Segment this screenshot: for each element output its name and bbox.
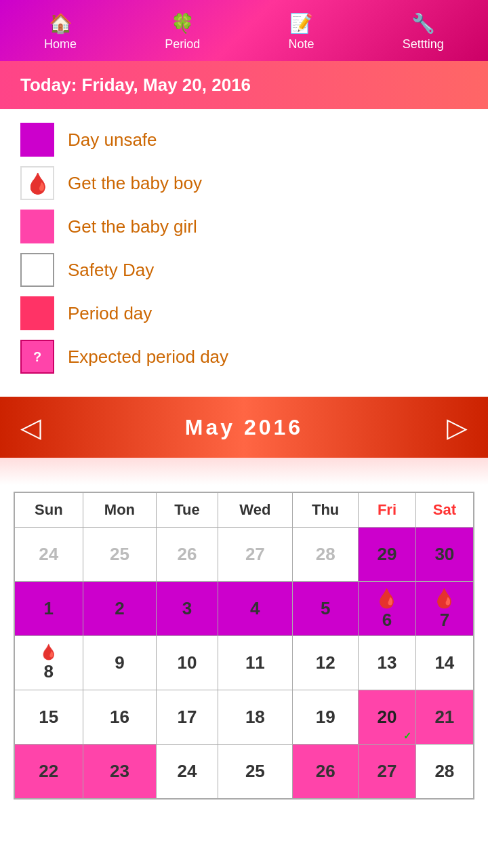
day-apr-25[interactable]: 25	[83, 528, 157, 582]
day-may-18[interactable]: 18	[218, 690, 293, 745]
day-may-7[interactable]: 🩸 7	[415, 582, 474, 636]
col-sun: Sun	[14, 492, 83, 528]
legend-box-safety	[20, 253, 54, 287]
calendar-row-1: 24 25 26 27 28 29 30	[14, 528, 474, 582]
day-may-30[interactable]: 30	[415, 528, 474, 582]
day-may-20[interactable]: 20 ✓	[359, 690, 416, 745]
nav-note[interactable]: 📝 Note	[289, 12, 314, 52]
calendar-row-4: 15 16 17 18 19 20 ✓ 21	[14, 690, 474, 745]
drop-icon-boy: 🩸	[25, 172, 50, 195]
checkmark-icon: ✓	[403, 730, 411, 741]
day-may-23[interactable]: 23	[83, 745, 157, 799]
day-may-26[interactable]: 26	[293, 745, 359, 799]
day-may-9[interactable]: 9	[83, 636, 157, 690]
calendar-month-label: May 2016	[185, 415, 303, 440]
drop-8-icon: 🩸	[39, 644, 58, 661]
nav-home-label: Home	[44, 37, 77, 52]
legend-item-baby-girl: Get the baby girl	[20, 210, 468, 243]
day-may-5[interactable]: 5	[293, 582, 359, 636]
day-may-2[interactable]: 2	[83, 582, 157, 636]
day-may-16[interactable]: 16	[83, 690, 157, 745]
nav-period-label: Period	[165, 37, 200, 52]
legend-box-baby-girl	[20, 210, 54, 243]
col-tue: Tue	[157, 492, 218, 528]
nav-settings[interactable]: 🔧 Settting	[403, 12, 444, 52]
home-icon: 🏠	[49, 12, 73, 35]
prev-month-button[interactable]: ◁	[20, 414, 41, 441]
calendar-header: ◁ May 2016 ▷	[0, 397, 488, 458]
legend-section: Day unsafe 🩸 Get the baby boy Get the ba…	[0, 109, 488, 397]
calendar-table: Sun Mon Tue Wed Thu Fri Sat 24 25 26 27 …	[14, 492, 474, 800]
day-may-24[interactable]: 24	[157, 745, 218, 799]
col-wed: Wed	[218, 492, 293, 528]
nav-home[interactable]: 🏠 Home	[44, 12, 77, 52]
day-may-29[interactable]: 29	[359, 528, 416, 582]
today-text: Today: Friday, May 20, 2016	[20, 75, 251, 95]
legend-box-baby-boy: 🩸	[20, 166, 54, 200]
day-may-13[interactable]: 13	[359, 636, 416, 690]
legend-label-baby-girl: Get the baby girl	[68, 216, 197, 237]
legend-box-expected: ?	[20, 340, 54, 374]
legend-box-period	[20, 296, 54, 330]
day-apr-28[interactable]: 28	[293, 528, 359, 582]
today-banner: Today: Friday, May 20, 2016	[0, 61, 488, 109]
legend-item-unsafe: Day unsafe	[20, 123, 468, 157]
legend-label-expected: Expected period day	[68, 347, 228, 368]
day-may-11[interactable]: 11	[218, 636, 293, 690]
col-thu: Thu	[293, 492, 359, 528]
day-apr-27[interactable]: 27	[218, 528, 293, 582]
day-may-6[interactable]: 🩸 6	[359, 582, 416, 636]
day-may-27[interactable]: 27	[359, 745, 416, 799]
nav-period[interactable]: 🍀 Period	[165, 12, 200, 52]
day-may-19[interactable]: 19	[293, 690, 359, 745]
legend-label-baby-boy: Get the baby boy	[68, 173, 202, 194]
legend-box-unsafe	[20, 123, 54, 157]
top-nav: 🏠 Home 🍀 Period 📝 Note 🔧 Settting	[0, 0, 488, 61]
nav-settings-label: Settting	[403, 37, 444, 52]
calendar-row-3: 🩸 8 9 10 11 12 13 14	[14, 636, 474, 690]
day-may-12[interactable]: 12	[293, 636, 359, 690]
legend-item-safety: Safety Day	[20, 253, 468, 287]
day-may-1[interactable]: 1	[14, 582, 83, 636]
day-may-25[interactable]: 25	[218, 745, 293, 799]
next-month-button[interactable]: ▷	[447, 414, 468, 441]
day-may-4[interactable]: 4	[218, 582, 293, 636]
note-icon: 📝	[289, 12, 313, 35]
day-may-28[interactable]: 28	[415, 745, 474, 799]
day-may-21[interactable]: 21	[415, 690, 474, 745]
day-may-17[interactable]: 17	[157, 690, 218, 745]
settings-icon: 🔧	[411, 12, 435, 35]
legend-label-safety: Safety Day	[68, 260, 154, 281]
calendar-container: Sun Mon Tue Wed Thu Fri Sat 24 25 26 27 …	[0, 485, 488, 813]
day-may-3[interactable]: 3	[157, 582, 218, 636]
day-may-8[interactable]: 🩸 8	[14, 636, 83, 690]
legend-item-expected: ? Expected period day	[20, 340, 468, 374]
day-may-22[interactable]: 22	[14, 745, 83, 799]
calendar-header-row: Sun Mon Tue Wed Thu Fri Sat	[14, 492, 474, 528]
calendar-fade	[0, 458, 488, 485]
calendar-row-5: 22 23 24 25 26 27 28	[14, 745, 474, 799]
col-sat: Sat	[415, 492, 474, 528]
legend-label-period: Period day	[68, 303, 152, 324]
day-apr-26[interactable]: 26	[157, 528, 218, 582]
day-apr-24[interactable]: 24	[14, 528, 83, 582]
legend-item-period: Period day	[20, 296, 468, 330]
col-mon: Mon	[83, 492, 157, 528]
legend-item-baby-boy: 🩸 Get the baby boy	[20, 166, 468, 200]
period-icon: 🍀	[171, 12, 195, 35]
calendar-row-2: 1 2 3 4 5 🩸 6 🩸 7	[14, 582, 474, 636]
day-may-15[interactable]: 15	[14, 690, 83, 745]
col-fri: Fri	[359, 492, 416, 528]
drop-7-icon: 🩸	[432, 587, 456, 610]
day-may-14[interactable]: 14	[415, 636, 474, 690]
nav-note-label: Note	[289, 37, 314, 52]
legend-label-unsafe: Day unsafe	[68, 130, 157, 151]
day-may-10[interactable]: 10	[157, 636, 218, 690]
drop-6-icon: 🩸	[375, 587, 399, 610]
